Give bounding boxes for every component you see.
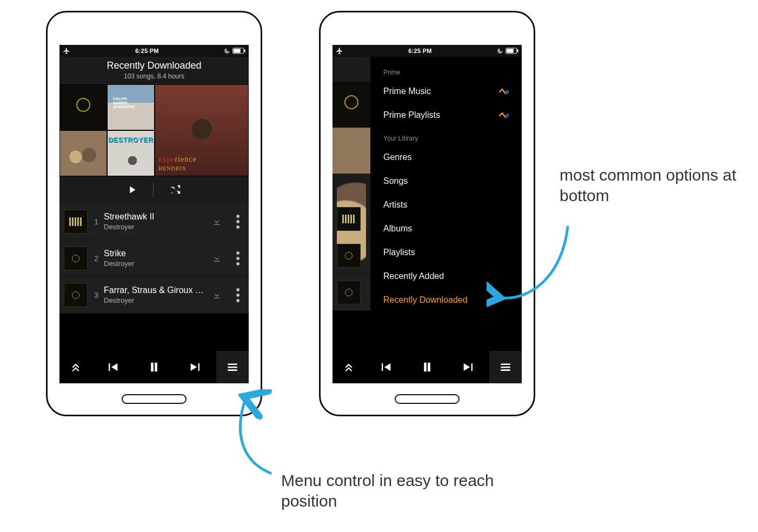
drawer-section: Your Library [383, 127, 511, 145]
drawer-item-label: Albums [383, 224, 412, 234]
menu-button[interactable] [489, 351, 522, 383]
page-subtitle: 103 songs, 8.4 hours [59, 72, 249, 80]
prime-icon: p [499, 111, 511, 119]
annotation-right: most common options at bottom [560, 165, 738, 205]
play-shuffle-bar [59, 176, 249, 203]
drawer-item-label: Artists [383, 200, 407, 210]
album-caption: DESTROYER [108, 136, 154, 144]
status-bar: 6:25 PM [333, 45, 522, 57]
airplane-mode-icon [63, 47, 70, 55]
track-row[interactable]: 1 Streethawk II Destroyer ••• [59, 203, 249, 240]
track-artist: Destroyer [104, 296, 212, 304]
drawer-item-label: Prime Playlists [383, 110, 440, 120]
drawer-item-label: Recently Added [383, 271, 444, 281]
track-index: 1 [91, 217, 101, 226]
status-bar: 6:25 PM [59, 45, 249, 57]
download-icon[interactable] [212, 217, 231, 227]
drawer-item-genres[interactable]: Genres [383, 145, 511, 169]
track-row[interactable]: 3 Farrar, Straus & Giroux (Sea of Te… De… [59, 277, 249, 314]
album-cover[interactable]: DESTROYER [107, 130, 155, 176]
now-playing-icon [64, 210, 88, 234]
track-title: Strike [104, 249, 207, 258]
svg-text:p: p [505, 89, 509, 95]
album-thumb [337, 281, 361, 304]
track-row[interactable]: 2 Strike Destroyer ••• [59, 240, 249, 277]
now-playing-icon [337, 207, 361, 231]
album-caption: CALVIN HARRIS 18 MONTHS [113, 97, 135, 109]
download-icon[interactable] [212, 254, 231, 263]
phone-left: 6:25 PM Recently Downloaded 103 songs, 8… [46, 11, 262, 416]
svg-rect-1 [234, 49, 241, 52]
next-button[interactable] [175, 351, 216, 383]
pause-button[interactable] [407, 351, 448, 383]
behind-drawer [333, 57, 370, 351]
album-thumb [64, 283, 88, 307]
menu-button[interactable] [216, 351, 249, 383]
battery-icon [506, 48, 518, 54]
album-cover[interactable]: CALVIN HARRIS 18 MONTHS [107, 84, 155, 130]
page-header: Recently Downloaded 103 songs, 8.4 hours [59, 57, 249, 84]
svg-rect-4 [507, 49, 514, 52]
track-artist: Destroyer [104, 223, 212, 231]
prev-button[interactable] [365, 351, 407, 383]
drawer-item-label: Prime Music [383, 87, 431, 96]
screen-left: 6:25 PM Recently Downloaded 103 songs, 8… [59, 45, 249, 383]
more-icon[interactable]: ••• [231, 250, 244, 267]
airplane-mode-icon [336, 47, 343, 55]
svg-rect-2 [244, 49, 245, 52]
drawer-item-label: Songs [383, 176, 408, 186]
shuffle-button[interactable] [169, 184, 183, 196]
media-bar [59, 351, 249, 383]
drawer-item-prime-music[interactable]: Prime Music p [383, 79, 511, 103]
download-icon[interactable] [212, 290, 231, 300]
prime-icon: p [499, 88, 511, 95]
track-artist: Destroyer [104, 260, 212, 268]
track-title: Streethawk II [104, 212, 207, 222]
drawer-section: Prime [383, 61, 511, 79]
phone-right: 6:25 PM [319, 11, 535, 416]
track-index: 3 [91, 291, 101, 300]
album-cover[interactable] [59, 84, 107, 130]
drawer-item-label: Playlists [383, 248, 415, 257]
track-title: Farrar, Straus & Giroux (Sea of Te… [104, 285, 207, 295]
home-button[interactable] [122, 394, 187, 404]
do-not-disturb-icon [224, 48, 230, 54]
page-title: Recently Downloaded [59, 60, 249, 71]
arrow-icon [222, 389, 303, 481]
drawer-item-label: Genres [383, 152, 411, 162]
play-button[interactable] [126, 184, 138, 196]
more-icon[interactable]: ••• [231, 214, 244, 230]
do-not-disturb-icon [497, 48, 503, 54]
expand-button[interactable] [59, 351, 92, 383]
screen-right: 6:25 PM [333, 45, 522, 383]
track-index: 2 [91, 254, 101, 263]
svg-rect-5 [517, 49, 518, 52]
album-thumb [64, 247, 88, 270]
status-time: 6:25 PM [70, 48, 224, 54]
more-icon[interactable]: ••• [231, 287, 244, 303]
next-button[interactable] [448, 351, 489, 383]
album-cover[interactable] [59, 130, 107, 176]
album-grid: CALVIN HARRIS 18 MONTHS experience HENDR… [59, 84, 249, 176]
album-cover[interactable]: experience HENDRIX [155, 84, 249, 176]
drawer-item-prime-playlists[interactable]: Prime Playlists p [383, 103, 511, 127]
arrow-icon [487, 222, 573, 330]
home-button[interactable] [395, 394, 460, 404]
drawer-item-label: Recently Downloaded [383, 295, 468, 305]
track-list[interactable]: 1 Streethawk II Destroyer ••• 2 Strike [59, 203, 249, 314]
pause-button[interactable] [134, 351, 175, 383]
media-bar [333, 351, 522, 383]
battery-icon [232, 48, 245, 54]
album-caption: experience HENDRIX [158, 155, 197, 172]
album-thumb [337, 244, 361, 268]
prev-button[interactable] [92, 351, 134, 383]
expand-button[interactable] [333, 351, 365, 383]
status-time: 6:25 PM [343, 48, 497, 54]
svg-text:p: p [505, 112, 509, 118]
divider [153, 182, 154, 197]
annotation-bottom: Menu control in easy to reach position [281, 470, 508, 511]
drawer-item-songs[interactable]: Songs [383, 169, 511, 193]
drawer-item-artists[interactable]: Artists [383, 193, 511, 217]
